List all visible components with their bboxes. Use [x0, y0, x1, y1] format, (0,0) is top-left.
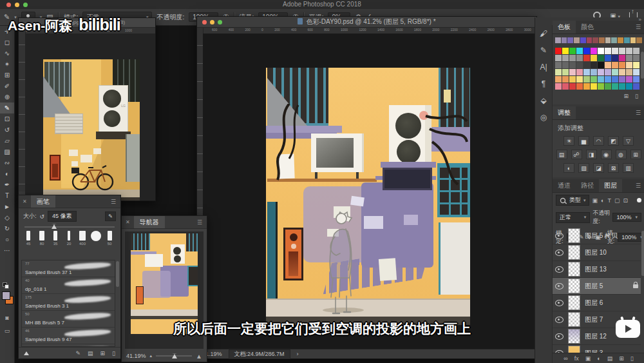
document-titlebar[interactable]: 色彩-DAY90.psd @ 41.2% (图层 5, RGB/8*) * — [197, 17, 536, 28]
screen-mode-icon[interactable]: ▭ — [0, 328, 14, 334]
tool-marquee-icon[interactable]: ◻ — [0, 37, 14, 48]
color-swatch[interactable] — [555, 76, 562, 83]
slider-icon[interactable] — [24, 351, 29, 355]
color-swatch[interactable] — [605, 83, 611, 90]
tool-clone-stamp-icon[interactable]: ⊡ — [0, 113, 14, 124]
doc-zoom-button[interactable] — [218, 20, 222, 25]
color-swatch[interactable] — [591, 83, 597, 90]
panel-menu-icon[interactable]: ☰ — [636, 182, 644, 189]
tool-lasso-icon[interactable]: ∿ — [0, 48, 14, 59]
color-swatch[interactable] — [619, 48, 625, 54]
navigator-zoom-level[interactable]: 41.19% — [126, 353, 146, 359]
color-swatch[interactable] — [562, 69, 569, 75]
recent-swatch[interactable] — [605, 37, 611, 43]
color-swatch[interactable] — [605, 55, 611, 61]
color-swatch[interactable] — [605, 76, 611, 83]
black-white-icon[interactable]: ◨ — [586, 150, 597, 159]
color-swatch[interactable] — [591, 55, 597, 61]
filter-shape-icon[interactable]: ▢ — [614, 197, 620, 204]
brush-list-item[interactable]: 175Sampled Brush 3 1 — [22, 294, 115, 311]
threshold-icon[interactable]: ◪ — [593, 163, 604, 173]
brush-list-item[interactable]: 77Sampled Brush 37 1 — [22, 260, 115, 277]
levels-icon[interactable]: ▅ — [578, 136, 589, 146]
brightness-contrast-icon[interactable]: ☀ — [564, 136, 574, 146]
tool-history-brush-icon[interactable]: ↺ — [0, 124, 14, 135]
tool-zoom-icon[interactable]: ○ — [0, 234, 14, 245]
gradient-map-icon[interactable]: ▥ — [623, 163, 634, 173]
tab-paths[interactable]: 路径 — [576, 179, 599, 192]
brush-tip[interactable]: 45 — [22, 231, 35, 246]
tab-brushes[interactable]: 画笔 — [31, 195, 55, 208]
color-swatch[interactable] — [576, 69, 583, 75]
visibility-eye-icon[interactable] — [555, 300, 564, 306]
new-adjustment-icon[interactable]: ◐ — [597, 355, 600, 362]
layer-thumbnail[interactable] — [568, 262, 580, 277]
color-swatch[interactable] — [626, 55, 632, 61]
curves-icon[interactable]: ◠ — [593, 136, 604, 146]
doc-minimize-button[interactable] — [210, 20, 214, 25]
tool-brush-icon[interactable]: ✎ — [0, 103, 14, 113]
slider-thumb[interactable] — [172, 353, 177, 358]
color-swatch[interactable] — [612, 48, 618, 54]
brush-settings-panel-icon[interactable]: 🖌︎ — [535, 25, 552, 42]
character-panel-icon[interactable]: A| — [535, 59, 552, 75]
new-swatch-icon[interactable]: ⊞ — [624, 93, 629, 99]
color-swatch[interactable] — [583, 76, 590, 83]
visibility-eye-icon[interactable] — [555, 317, 564, 323]
color-swatch[interactable] — [626, 48, 632, 54]
recent-swatch[interactable] — [618, 37, 623, 43]
color-swatch[interactable] — [633, 48, 639, 54]
tool-healing-brush-icon[interactable]: ⊕ — [0, 92, 14, 103]
layer-row[interactable]: 图层 5 — [553, 278, 641, 295]
color-swatch[interactable] — [583, 55, 590, 61]
brush-tip[interactable] — [90, 231, 102, 246]
color-swatch[interactable] — [619, 55, 625, 61]
tool-path-select-icon[interactable]: ► — [0, 201, 14, 212]
close-icon[interactable]: ✕ — [126, 219, 130, 225]
visibility-eye-icon[interactable] — [555, 283, 564, 289]
recent-swatch[interactable] — [567, 37, 573, 43]
color-swatch[interactable] — [598, 55, 604, 61]
tool-eyedropper-icon[interactable]: ✐ — [0, 81, 14, 92]
color-swatch[interactable] — [591, 69, 597, 75]
delete-swatch-icon[interactable]: ▯ — [635, 93, 638, 99]
color-swatch[interactable] — [583, 69, 590, 75]
photo-filter-icon[interactable]: ◉ — [601, 150, 612, 159]
color-swatch[interactable] — [583, 83, 590, 90]
new-group-icon[interactable]: ▤ — [607, 355, 613, 362]
color-swatch[interactable] — [576, 48, 583, 54]
color-swatch[interactable] — [598, 76, 604, 83]
layer-row[interactable]: 图层 5 拷贝 — [553, 228, 641, 244]
tool-gradient-icon[interactable]: ▨ — [0, 146, 14, 157]
visibility-eye-icon[interactable] — [555, 233, 564, 239]
tab-adjustments[interactable]: 调整 — [553, 106, 576, 119]
tool-dodge-icon[interactable]: ◐ — [0, 168, 14, 179]
tool-pen-icon[interactable]: ✒ — [0, 179, 14, 190]
layer-thumbnail[interactable] — [568, 295, 580, 310]
folder-icon[interactable]: ▤ — [88, 350, 93, 357]
brush-tip[interactable]: 400 — [76, 231, 89, 246]
paragraph-panel-icon[interactable]: ¶ — [535, 75, 552, 92]
new-layer-icon[interactable]: ⊞ — [619, 355, 624, 362]
layer-mask-icon[interactable]: ▣ — [585, 355, 591, 362]
color-swatch[interactable] — [569, 48, 576, 54]
color-swatch[interactable] — [569, 83, 576, 90]
scrollbar[interactable] — [641, 231, 644, 276]
color-swatch[interactable] — [598, 83, 604, 90]
tool-more-tools-icon[interactable]: ⋯ — [0, 245, 14, 256]
brush-list-item[interactable]: 40dp_018 1 — [22, 277, 115, 294]
panel-menu-icon[interactable]: ☰ — [636, 24, 644, 30]
color-swatch[interactable] — [598, 62, 604, 68]
reference-window[interactable]: Grace Ho.jpg @ 48.84% (RGB/8) 0200400600… — [18, 17, 156, 201]
posterize-icon[interactable]: ▧ — [578, 163, 589, 173]
tool-shape-icon[interactable]: ◇ — [0, 212, 14, 223]
color-swatch[interactable] — [633, 55, 639, 61]
color-swatch[interactable] — [569, 76, 576, 83]
doc-close-button[interactable] — [202, 20, 207, 25]
color-swatch[interactable] — [619, 62, 625, 68]
filter-toggle[interactable] — [637, 198, 641, 202]
filter-type-icon[interactable]: T — [607, 197, 611, 204]
color-swatch[interactable] — [576, 76, 583, 83]
tool-rotate-view-icon[interactable]: ↻ — [0, 223, 14, 234]
filter-adjustment-icon[interactable]: ◐ — [601, 197, 604, 204]
